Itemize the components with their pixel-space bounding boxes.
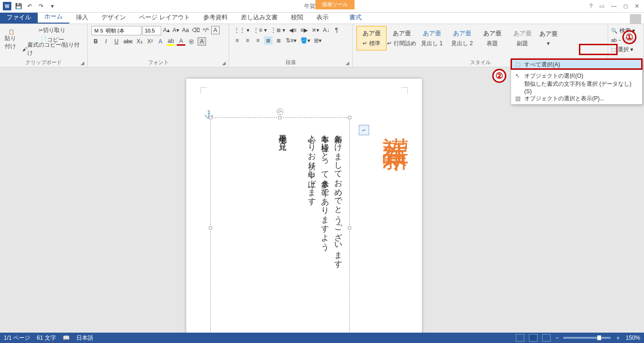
style-no-spacing[interactable]: あア亜↵ 行間詰め: [387, 26, 417, 50]
rotate-handle[interactable]: ⟳: [277, 108, 283, 115]
margin-corner: [401, 87, 408, 94]
window-controls: ? ▭ — ◻ ✕: [589, 3, 644, 9]
style-heading2[interactable]: あア亜見出し 2: [447, 26, 477, 50]
tab-view[interactable]: 表示: [310, 11, 335, 24]
page-indicator[interactable]: 1/1 ページ: [4, 334, 30, 342]
group-label: フォント: [91, 58, 225, 66]
line-spacing-icon[interactable]: ⇅≡▾: [285, 36, 297, 45]
group-label: 段落: [233, 58, 348, 66]
show-marks-icon[interactable]: ¶: [332, 26, 341, 34]
tab-references[interactable]: 参考資料: [197, 11, 234, 24]
multilevel-icon[interactable]: ⋮≣ ▾: [270, 26, 286, 34]
word-count[interactable]: 61 文字: [37, 334, 56, 342]
inc-indent-icon[interactable]: ≡▶: [299, 26, 309, 34]
resize-handle[interactable]: [278, 116, 281, 119]
font-dialog-launcher[interactable]: ◢: [222, 60, 228, 66]
menu-selection-pane[interactable]: ▤オブジェクトの選択と表示(P)...: [511, 93, 642, 104]
paragraph-dialog-launcher[interactable]: ◢: [346, 60, 351, 66]
tab-format[interactable]: 書式: [343, 11, 368, 24]
undo-icon[interactable]: ↶: [25, 2, 34, 10]
subscript-button[interactable]: X₂: [135, 37, 144, 46]
style-gallery[interactable]: あア亜↵ 標準 あア亜↵ 行間詰め あア亜見出し 1 あア亜見出し 2 あア亜表…: [356, 26, 604, 50]
group-paragraph: ⋮⋮ ▾ ⋮≡ ▾ ⋮≣ ▾ ◀≡ ≡▶ ✕▾ A↓ ¶ ≡ ≡ ≡ ≣ ≣ ⇅…: [229, 24, 353, 67]
bold-button[interactable]: B: [91, 37, 100, 46]
minimize-icon[interactable]: —: [611, 3, 617, 9]
document-canvas[interactable]: ⚓ ⌐ 謹賀新年 ⟳ 新年あけましておめでとうございます 本年も皆様にとって幸多…: [0, 68, 644, 333]
char-shading-icon[interactable]: A: [198, 37, 206, 46]
style-title[interactable]: あア亜表題: [477, 26, 507, 50]
resize-handle[interactable]: [348, 116, 351, 119]
message-line-4: 平成二十七年 元旦: [277, 129, 288, 137]
web-layout-icon[interactable]: [542, 334, 551, 342]
paste-button[interactable]: 📋貼り付け: [4, 29, 19, 50]
resize-handle[interactable]: [348, 226, 351, 229]
selected-textbox[interactable]: ⟳ 新年あけましておめでとうございます 本年も皆様にとって幸多き年でありますよう…: [210, 117, 350, 333]
tab-insert[interactable]: 挿入: [69, 11, 95, 24]
strike-button[interactable]: abc: [123, 37, 133, 46]
ruby-icon[interactable]: ᵃ/ᴬ: [202, 26, 210, 34]
underline-button[interactable]: U: [112, 37, 121, 46]
zoom-slider[interactable]: [563, 337, 611, 339]
clear-format-icon[interactable]: ⌫: [191, 26, 201, 34]
format-painter-button[interactable]: 🖌 書式のコピー/貼り付け: [21, 45, 83, 53]
resize-handle[interactable]: [209, 226, 212, 229]
style-more[interactable]: あア亜▾: [537, 26, 559, 50]
text-effects-icon[interactable]: A: [156, 37, 165, 46]
align-left-icon[interactable]: ≡: [233, 36, 241, 45]
zoom-out-button[interactable]: −: [555, 335, 559, 341]
language-indicator[interactable]: 日本語: [76, 334, 93, 342]
change-case-icon[interactable]: Aa: [181, 26, 190, 34]
tab-page-layout[interactable]: ページ レイアウト: [132, 11, 197, 24]
zoom-in-button[interactable]: ＋: [615, 334, 621, 342]
font-name-input[interactable]: [91, 26, 141, 35]
enclose-char-icon[interactable]: ㊙: [187, 37, 196, 46]
sort-icon[interactable]: A↓: [322, 26, 330, 34]
bullets-icon[interactable]: ⋮⋮ ▾: [233, 26, 250, 34]
shrink-font-icon[interactable]: A▾: [172, 26, 180, 34]
ribbon-minimize-icon[interactable]: ▭: [599, 3, 604, 9]
dec-indent-icon[interactable]: ◀≡: [288, 26, 297, 34]
menu-select-similar[interactable]: 類似した書式の文字列を選択 (データなし)(S): [511, 82, 642, 93]
qa-customize-icon[interactable]: ▾: [48, 2, 57, 10]
save-icon[interactable]: 💾: [14, 2, 23, 10]
page: ⚓ ⌐ 謹賀新年 ⟳ 新年あけましておめでとうございます 本年も皆様にとって幸多…: [186, 79, 422, 333]
clipboard-dialog-launcher[interactable]: ◢: [81, 60, 86, 66]
tab-mailings[interactable]: 差し込み文書: [234, 11, 284, 24]
grow-font-icon[interactable]: A▴: [162, 26, 171, 34]
numbering-icon[interactable]: ⋮≡ ▾: [252, 26, 267, 34]
layout-options-icon[interactable]: ⌐: [359, 125, 369, 135]
close-icon[interactable]: ✕: [635, 3, 639, 9]
align-right-icon[interactable]: ≡: [254, 36, 262, 45]
print-layout-icon[interactable]: [529, 334, 537, 342]
italic-button[interactable]: I: [102, 37, 110, 46]
distribute-icon[interactable]: ≣: [274, 36, 283, 45]
zoom-level[interactable]: 150%: [626, 335, 640, 341]
tab-design[interactable]: デザイン: [95, 11, 132, 24]
style-heading1[interactable]: あア亜見出し 1: [417, 26, 447, 50]
tab-file[interactable]: ファイル: [0, 11, 38, 24]
proofing-icon[interactable]: 📖: [63, 335, 70, 341]
font-size-input[interactable]: [142, 26, 161, 35]
maximize-icon[interactable]: ◻: [623, 3, 628, 9]
group-clipboard: 📋貼り付け ✂ 切り取り 📄 コピー 🖌 書式のコピー/貼り付け クリップボード…: [0, 24, 88, 67]
style-subtitle[interactable]: あア亜副題: [507, 26, 537, 50]
highlight-color-icon[interactable]: ab: [166, 37, 175, 46]
shading-icon[interactable]: 🪣▾: [299, 36, 311, 45]
superscript-button[interactable]: X²: [146, 37, 154, 46]
pane-icon: ▤: [514, 95, 521, 102]
read-mode-icon[interactable]: [516, 334, 524, 342]
align-center-icon[interactable]: ≡: [243, 36, 252, 45]
char-border-icon[interactable]: A: [211, 26, 220, 34]
borders-icon[interactable]: ⊞▾: [313, 36, 322, 45]
asian-layout-icon[interactable]: ✕▾: [311, 26, 320, 34]
cut-button[interactable]: ✂ 切り取り: [21, 26, 83, 34]
help-icon[interactable]: ?: [589, 3, 593, 9]
tab-review[interactable]: 校閲: [284, 11, 310, 24]
font-color-icon[interactable]: A: [177, 37, 185, 46]
zoom-thumb[interactable]: [597, 335, 601, 340]
resize-handle[interactable]: [209, 116, 212, 119]
style-normal[interactable]: あア亜↵ 標準: [356, 26, 387, 50]
align-justify-icon[interactable]: ≣: [264, 36, 272, 45]
annotation-box-select-all: [511, 58, 643, 70]
redo-icon[interactable]: ↷: [37, 2, 45, 10]
